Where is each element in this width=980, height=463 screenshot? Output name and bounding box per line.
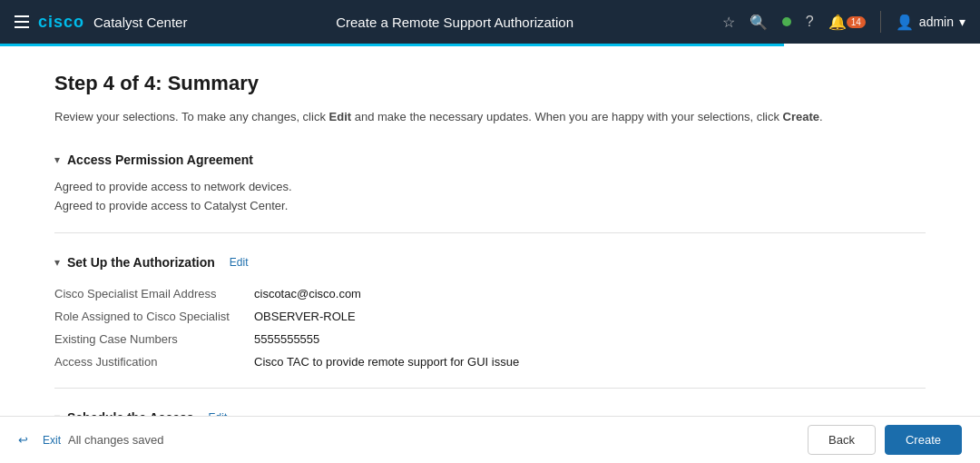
field-label-email: Cisco Specialist Email Address: [54, 287, 254, 300]
saved-status: All changes saved: [68, 433, 164, 447]
user-dropdown-icon: ▾: [959, 15, 965, 29]
table-row: Access Justification Cisco TAC to provid…: [54, 350, 926, 373]
header-left: cisco Catalyst Center: [15, 13, 187, 32]
footer-right: Back Create: [808, 425, 962, 455]
setup-authorization-header: ▾ Set Up the Authorization Edit: [54, 255, 926, 270]
access-permission-header: ▾ Access Permission Agreement: [54, 153, 926, 167]
field-value-case: 5555555555: [254, 332, 319, 346]
table-row: Role Assigned to Cisco Specialist OBSERV…: [54, 305, 926, 328]
description-end: .: [819, 110, 823, 123]
access-permission-section: ▾ Access Permission Agreement Agreed to …: [54, 153, 926, 233]
exit-button[interactable]: Exit: [43, 434, 61, 447]
header-right: ☆ 🔍 ? 🔔 14 👤 admin ▾: [722, 11, 965, 33]
app-header: cisco Catalyst Center Create a Remote Su…: [0, 0, 980, 44]
setup-authorization-title: Set Up the Authorization: [67, 255, 215, 270]
header-page-title: Create a Remote Support Authorization: [187, 15, 721, 30]
description-part2: and make the necessary updates. When you…: [351, 110, 782, 123]
setup-authorization-fields: Cisco Specialist Email Address ciscotac@…: [54, 282, 926, 373]
step-title: Step 4 of 4: Summary: [54, 72, 926, 95]
notifications-badge[interactable]: 🔔 14: [828, 14, 866, 31]
star-icon[interactable]: ☆: [722, 14, 735, 31]
exit-icon: ↩: [18, 433, 28, 447]
cisco-logo: cisco: [38, 13, 84, 32]
field-value-role: OBSERVER-ROLE: [254, 310, 356, 323]
setup-authorization-edit[interactable]: Edit: [230, 256, 249, 269]
description-part1: Review your selections. To make any chan…: [54, 110, 329, 123]
user-name: admin: [919, 15, 954, 29]
agreement-item-2: Agreed to provide access to Catalyst Cen…: [54, 199, 926, 212]
status-dot: [782, 17, 791, 26]
user-icon: 👤: [896, 14, 914, 31]
footer-left: ↩ Exit All changes saved: [18, 433, 164, 447]
search-icon[interactable]: 🔍: [750, 14, 768, 31]
access-permission-items: Agreed to provide access to network devi…: [54, 180, 926, 212]
access-permission-title: Access Permission Agreement: [67, 153, 253, 167]
description-create: Create: [783, 110, 819, 123]
table-row: Cisco Specialist Email Address ciscotac@…: [54, 282, 926, 305]
help-icon[interactable]: ?: [806, 14, 814, 30]
setup-authorization-section: ▾ Set Up the Authorization Edit Cisco Sp…: [54, 255, 926, 389]
field-label-case: Existing Case Numbers: [54, 332, 254, 346]
field-label-role: Role Assigned to Cisco Specialist: [54, 310, 254, 323]
user-menu[interactable]: 👤 admin ▾: [896, 14, 965, 31]
back-button[interactable]: Back: [808, 425, 876, 455]
field-value-email: ciscotac@cisco.com: [254, 287, 361, 300]
description-edit: Edit: [329, 110, 352, 123]
footer: ↩ Exit All changes saved Back Create: [0, 416, 980, 463]
app-title: Catalyst Center: [93, 15, 187, 30]
cisco-logo-text: cisco: [38, 13, 84, 32]
table-row: Existing Case Numbers 5555555555: [54, 328, 926, 350]
field-label-justification: Access Justification: [54, 355, 254, 369]
bell-icon[interactable]: 🔔: [828, 14, 847, 31]
chevron-down-icon-2: ▾: [54, 256, 60, 269]
notifications-count: 14: [847, 16, 866, 28]
agreement-item-1: Agreed to provide access to network devi…: [54, 180, 926, 193]
main-content: Step 4 of 4: Summary Review your selecti…: [0, 46, 980, 416]
step-description: Review your selections. To make any chan…: [54, 108, 926, 127]
chevron-down-icon: ▾: [54, 153, 60, 166]
create-button[interactable]: Create: [885, 425, 962, 455]
hamburger-icon[interactable]: [15, 15, 29, 28]
field-value-justification: Cisco TAC to provide remote support for …: [254, 355, 519, 369]
